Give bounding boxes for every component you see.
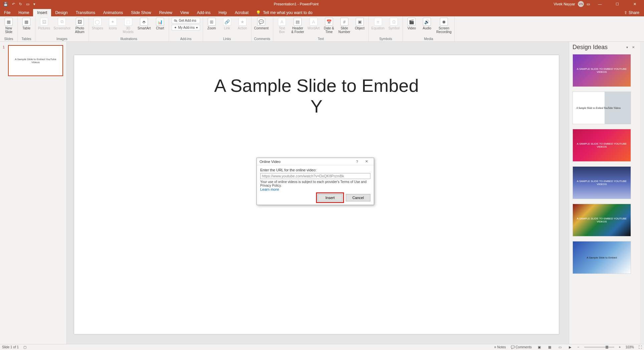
photo-album-icon: 🖼 xyxy=(76,18,84,26)
zoom-level[interactable]: 103% xyxy=(625,345,634,349)
date-time-button[interactable]: 📅Date & Time xyxy=(323,18,335,34)
symbol-icon: Ω xyxy=(390,18,398,26)
3d-models-button[interactable]: ⬚3D Models xyxy=(122,18,134,34)
screenshot-button[interactable]: ⧉Screenshot xyxy=(53,18,70,30)
symbol-button[interactable]: ΩSymbol xyxy=(388,18,400,30)
zoom-out-icon[interactable]: − xyxy=(578,345,580,349)
screen-recording-icon: ⏺ xyxy=(440,18,448,26)
get-addins-button[interactable]: 🛍Get Add-ins xyxy=(172,18,200,23)
tab-view[interactable]: View xyxy=(176,9,193,16)
chart-button[interactable]: 📊Chart xyxy=(154,18,166,30)
notes-button[interactable]: ≡ Notes xyxy=(494,345,506,349)
redo-icon[interactable]: ↻ xyxy=(19,2,22,6)
smartart-button[interactable]: ⬘SmartArt xyxy=(138,18,151,30)
zoom-button[interactable]: ⊞Zoom xyxy=(206,18,218,30)
pane-close-icon[interactable]: ✕ xyxy=(630,45,637,49)
tab-transitions[interactable]: Transitions xyxy=(72,9,99,16)
reading-view-icon[interactable]: ▭ xyxy=(557,345,563,349)
smartart-icon: ⬘ xyxy=(140,18,148,26)
object-icon: ▣ xyxy=(356,18,364,26)
slide-canvas[interactable]: A Sample Slide to Embed Y Online Video ?… xyxy=(67,42,569,344)
icons-icon: ✦ xyxy=(109,18,117,26)
slide-number-button[interactable]: #Slide Number xyxy=(338,18,350,34)
normal-view-icon[interactable]: ▣ xyxy=(536,345,542,349)
action-button[interactable]: ★Action xyxy=(236,18,249,30)
design-idea[interactable]: A SAMPLE SLIDE TO EMBED YOUTUBE VIDEOS xyxy=(573,166,631,199)
group-links: Links xyxy=(206,37,249,41)
share-button[interactable]: ⇪Share xyxy=(619,9,644,16)
dialog-insert-button[interactable]: Insert xyxy=(318,194,342,201)
tab-home[interactable]: Home xyxy=(14,9,33,16)
my-addins-button[interactable]: ✦My Add-ins ▾ xyxy=(172,25,200,30)
object-button[interactable]: ▣Object xyxy=(354,18,366,30)
design-idea[interactable]: A Sample Slide to Embed YouTube Videos xyxy=(573,92,631,124)
start-from-beginning-icon[interactable]: ▭ xyxy=(26,2,29,6)
tab-review[interactable]: Review xyxy=(155,9,176,16)
design-ideas-list[interactable]: A SAMPLE SLIDE TO EMBED YOUTUBE VIDEOS A… xyxy=(569,52,640,344)
spell-check-icon[interactable]: ▢ xyxy=(23,345,26,349)
tab-help[interactable]: Help xyxy=(214,9,231,16)
icons-button[interactable]: ✦Icons xyxy=(107,18,119,30)
design-idea[interactable]: A SAMPLE SLIDE TO EMBED YOUTUBE VIDEOS xyxy=(573,54,631,87)
tab-slideshow[interactable]: Slide Show xyxy=(127,9,155,16)
slide-indicator[interactable]: Slide 1 of 1 xyxy=(2,345,19,349)
tab-addins[interactable]: Add-ins xyxy=(193,9,215,16)
slide-sorter-icon[interactable]: ▦ xyxy=(547,345,552,349)
audio-button[interactable]: 🔊Audio xyxy=(421,18,433,30)
comments-button[interactable]: 💬 Comments xyxy=(511,345,532,349)
puzzle-icon: ✦ xyxy=(174,26,177,29)
ribbon-display-options-icon[interactable]: ▭ xyxy=(587,2,590,6)
link-button[interactable]: 🔗Link xyxy=(221,18,233,30)
tab-acrobat[interactable]: Acrobat xyxy=(231,9,253,16)
design-idea[interactable]: A SAMPLE SLIDE TO EMBED YOUTUBE VIDEOS xyxy=(573,204,631,236)
dialog-cancel-button[interactable]: Cancel xyxy=(346,194,370,201)
audio-icon: 🔊 xyxy=(423,18,431,26)
text-box-icon: A xyxy=(278,18,286,26)
pane-options-icon[interactable]: ▾ xyxy=(624,45,630,49)
qat-dropdown-icon[interactable]: ▾ xyxy=(33,2,35,6)
header-footer-button[interactable]: ▤Header & Footer xyxy=(291,18,304,34)
dialog-help-icon[interactable]: ? xyxy=(352,160,362,164)
pictures-button[interactable]: 🖼Pictures xyxy=(38,18,50,30)
pane-scrollbar[interactable] xyxy=(640,42,644,344)
zoom-slider[interactable] xyxy=(584,347,614,348)
photo-album-button[interactable]: 🖼Photo Album xyxy=(74,18,86,34)
video-url-input[interactable] xyxy=(260,173,370,179)
tab-insert[interactable]: Insert xyxy=(33,9,51,16)
save-icon[interactable]: 💾 xyxy=(3,2,8,6)
group-addins: Add-ins xyxy=(172,37,200,41)
equation-icon: π xyxy=(374,18,382,26)
learn-more-link[interactable]: Learn more xyxy=(260,187,279,191)
table-icon: ▦ xyxy=(22,18,30,26)
table-button[interactable]: ▦Table xyxy=(20,18,32,30)
tab-file[interactable]: File xyxy=(0,9,14,16)
user-name[interactable]: Vivek Nayyar xyxy=(553,2,575,6)
shapes-button[interactable]: ◯Shapes xyxy=(92,18,104,30)
fit-to-window-icon[interactable]: ⛶ xyxy=(639,345,642,349)
slideshow-view-icon[interactable]: ▶ xyxy=(568,345,573,349)
zoom-in-icon[interactable]: + xyxy=(619,345,621,349)
close-icon[interactable]: ✕ xyxy=(627,2,642,6)
wordart-button[interactable]: AWordArt xyxy=(307,18,320,30)
group-comments: Comments xyxy=(254,37,270,41)
undo-icon[interactable]: ↶ xyxy=(12,2,15,6)
tell-me-search[interactable]: 💡Tell me what you want to do xyxy=(253,9,316,16)
shapes-icon: ◯ xyxy=(94,18,102,26)
comment-button[interactable]: 💬Comment xyxy=(254,18,269,30)
video-button[interactable]: 🎬Video xyxy=(406,18,418,30)
maximize-icon[interactable]: ☐ xyxy=(610,2,625,6)
tab-design[interactable]: Design xyxy=(51,9,71,16)
dialog-close-icon[interactable]: ✕ xyxy=(362,159,371,164)
slide-thumbnail[interactable]: A Sample Slide to Embed YouTube Videos xyxy=(8,45,63,76)
text-box-button[interactable]: AText Box xyxy=(276,18,288,34)
user-avatar[interactable]: VN xyxy=(578,1,584,7)
design-idea[interactable]: A SAMPLE SLIDE TO EMBED YOUTUBE VIDEOS xyxy=(573,129,631,162)
design-idea[interactable]: A Sample Slide to Embed xyxy=(573,241,631,274)
thumbnail-panel[interactable]: 1 A Sample Slide to Embed YouTube Videos xyxy=(0,42,67,344)
screen-recording-button[interactable]: ⏺Screen Recording xyxy=(436,18,452,34)
new-slide-icon: ▦ xyxy=(5,18,13,26)
equation-button[interactable]: πEquation xyxy=(371,18,384,30)
tab-animations[interactable]: Animations xyxy=(99,9,127,16)
new-slide-button[interactable]: ▦New Slide xyxy=(3,18,15,34)
minimize-icon[interactable]: — xyxy=(593,2,607,6)
